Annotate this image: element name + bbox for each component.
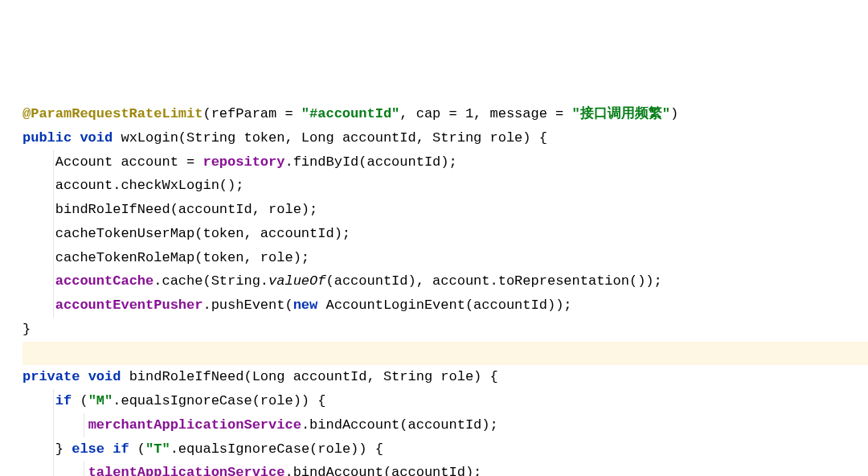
code-text: bindRoleIfNeed(Long accountId, String ro…: [121, 369, 497, 384]
code-line: account.checkWxLogin();: [23, 174, 868, 198]
code-line: private void bindRoleIfNeed(Long account…: [23, 365, 868, 389]
string-literal: "T": [145, 441, 170, 457]
string-literal: "M": [88, 393, 113, 408]
code-line: if ("M".equalsIgnoreCase(role)) {: [23, 389, 868, 413]
code-text: ): [670, 106, 678, 121]
code-text: AccountLoginEvent(accountId));: [317, 298, 571, 313]
string-literal: "#accountId": [301, 106, 399, 121]
code-text: Account account =: [23, 154, 203, 170]
code-line: accountEventPusher.pushEvent(new Account…: [23, 293, 868, 318]
code-line: talentApplicationService.bindAccount(acc…: [23, 461, 868, 476]
keyword: new: [293, 298, 318, 313]
code-line: accountCache.cache(String.valueOf(accoun…: [23, 269, 868, 293]
highlighted-line: [23, 342, 868, 366]
code-text: }: [23, 441, 72, 457]
string-literal: "接口调用频繁": [572, 106, 670, 121]
keyword: else: [72, 441, 104, 457]
code-text: [23, 346, 31, 361]
code-text: .pushEvent(: [203, 298, 293, 313]
code-text: [23, 273, 55, 289]
code-text: (refParam =: [203, 106, 301, 121]
code-text: [23, 465, 88, 476]
code-editor[interactable]: @ParamRequestRateLimit(refParam = "#acco…: [23, 102, 868, 476]
code-text: .equalsIgnoreCase(role)) {: [113, 393, 326, 408]
code-text: bindRoleIfNeed(accountId, role);: [23, 202, 317, 217]
code-text: [23, 298, 55, 313]
code-text: [23, 417, 88, 433]
static-method: valueOf: [268, 273, 326, 289]
code-text: .equalsIgnoreCase(role)) {: [170, 441, 383, 457]
code-text: cacheTokenRoleMap(token, role);: [23, 250, 309, 265]
code-text: .bindAccount(accountId);: [301, 417, 498, 433]
keyword: if: [113, 441, 129, 457]
code-line: cacheTokenRoleMap(token, role);: [23, 246, 868, 270]
code-line: Account account = repository.findById(ac…: [23, 150, 868, 174]
code-line: public void wxLogin(String token, Long a…: [23, 126, 868, 150]
code-line: @ParamRequestRateLimit(refParam = "#acco…: [23, 102, 868, 126]
code-text: (: [129, 441, 145, 457]
code-text: (accountId), account.toRepresentation())…: [326, 273, 661, 289]
field-ref: accountEventPusher: [55, 298, 203, 313]
code-text: [104, 441, 113, 457]
code-text: wxLogin(String token, Long accountId, St…: [113, 130, 547, 146]
field-ref: talentApplicationService: [88, 465, 285, 476]
code-text: .findById(accountId);: [285, 154, 457, 170]
code-text: .cache(String.: [154, 273, 268, 289]
code-text: .bindAccount(accountId);: [285, 465, 481, 476]
field-ref: merchantApplicationService: [88, 417, 301, 433]
code-text: cacheTokenUserMap(token, accountId);: [23, 226, 350, 241]
code-line: bindRoleIfNeed(accountId, role);: [23, 198, 868, 222]
keyword: private: [23, 369, 80, 384]
keyword: public: [23, 130, 72, 146]
code-text: account.checkWxLogin();: [23, 178, 244, 193]
code-line: } else if ("T".equalsIgnoreCase(role)) {: [23, 437, 868, 462]
code-line: merchantApplicationService.bindAccount(a…: [23, 413, 868, 437]
keyword: void: [80, 130, 113, 146]
code-line: }: [23, 318, 868, 342]
code-line: cacheTokenUserMap(token, accountId);: [23, 222, 868, 246]
code-text: , cap = 1, message =: [399, 106, 571, 121]
keyword: if: [55, 393, 72, 408]
field-ref: repository: [203, 154, 285, 170]
keyword: void: [88, 369, 121, 384]
annotation-name: @ParamRequestRateLimit: [23, 106, 203, 121]
code-text: }: [23, 322, 31, 337]
field-ref: accountCache: [55, 273, 154, 289]
code-text: [23, 393, 55, 408]
code-text: (: [72, 393, 88, 408]
